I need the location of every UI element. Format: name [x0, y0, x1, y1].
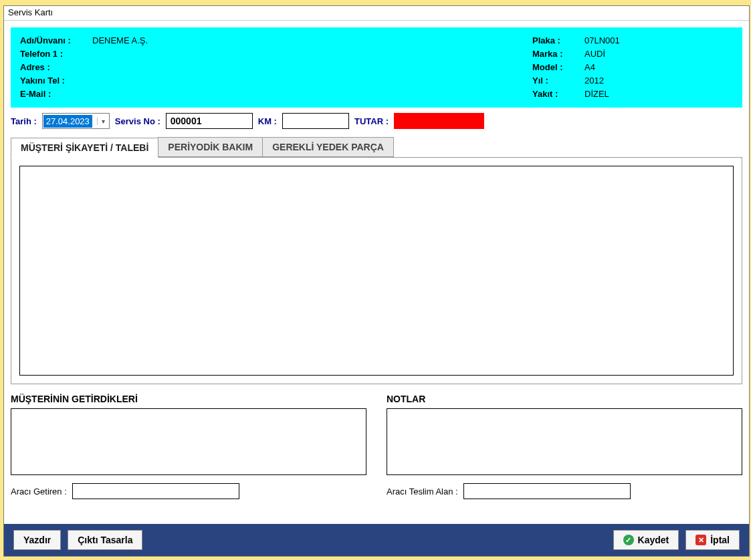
receiver-label: Aracı Teslim Alan :	[387, 486, 458, 497]
service-card-window: Servis Kartı Adı/Ünvanı : DENEME A.Ş. Te…	[3, 5, 750, 557]
vehicle-fuel-label: Yakıt :	[532, 88, 579, 101]
vehicle-year-value: 2012	[579, 74, 604, 88]
km-label: KM :	[258, 116, 277, 126]
chevron-down-icon[interactable]: ▾	[97, 118, 109, 125]
total-display	[394, 113, 484, 129]
customer-brought-textarea[interactable]	[11, 408, 366, 475]
customer-phone1-label: Telefon 1 :	[20, 47, 87, 61]
customer-relative-phone-label: Yakını Tel :	[20, 74, 87, 88]
date-picker[interactable]: 27.04.2023 ▾	[42, 113, 110, 129]
cancel-button[interactable]: ✕ İptal	[685, 530, 740, 550]
tab-page-complaint	[11, 157, 742, 384]
tabstrip: MÜŞTERİ ŞİKAYETİ / TALEBİ PERİYODİK BAKI…	[11, 137, 742, 157]
close-icon: ✕	[695, 535, 706, 545]
info-panel: Adı/Ünvanı : DENEME A.Ş. Telefon 1 : Adr…	[11, 27, 742, 108]
vehicle-plate-value: 07LN001	[579, 34, 620, 47]
vehicle-model-value: A4	[579, 61, 595, 74]
window-content: Adı/Ünvanı : DENEME A.Ş. Telefon 1 : Adr…	[4, 21, 749, 556]
vehicle-plate-label: Plaka :	[532, 34, 579, 47]
complaint-textarea[interactable]	[19, 166, 734, 376]
save-button-label: Kaydet	[638, 535, 669, 545]
vehicle-brand-label: Marka :	[532, 47, 579, 61]
lower-section: MÜŞTERİNİN GETİRDİKLERİ Aracı Getiren : …	[11, 394, 742, 499]
vehicle-year-label: Yıl :	[532, 74, 579, 88]
print-button[interactable]: Yazdır	[13, 530, 61, 550]
customer-info: Adı/Ünvanı : DENEME A.Ş. Telefon 1 : Adr…	[20, 34, 148, 101]
service-meta-row: Tarih : 27.04.2023 ▾ Servis No : KM : TU…	[11, 113, 742, 129]
customer-brought-title: MÜŞTERİNİN GETİRDİKLERİ	[11, 394, 366, 404]
service-no-label: Servis No :	[115, 116, 160, 126]
date-label: Tarih :	[11, 116, 37, 126]
tab-parts[interactable]: GEREKLİ YEDEK PARÇA	[262, 137, 394, 157]
design-output-button-label: Çıktı Tasarla	[78, 535, 132, 545]
receiver-input[interactable]	[463, 483, 631, 499]
cancel-button-label: İptal	[710, 535, 730, 545]
vehicle-info: Plaka : 07LN001 Marka : AUDİ Model : A4 …	[532, 34, 733, 101]
vehicle-model-label: Model :	[532, 61, 579, 74]
notes-textarea[interactable]	[387, 408, 742, 475]
save-button[interactable]: ✓ Kaydet	[613, 530, 679, 550]
tabs: MÜŞTERİ ŞİKAYETİ / TALEBİ PERİYODİK BAKI…	[11, 137, 742, 384]
footer-bar: Yazdır Çıktı Tasarla ✓ Kaydet ✕ İptal	[4, 524, 749, 556]
window-title: Servis Kartı	[4, 6, 749, 21]
tab-periodic[interactable]: PERİYODİK BAKIM	[158, 137, 263, 157]
vehicle-fuel-value: DİZEL	[579, 88, 609, 101]
customer-name-label: Adı/Ünvanı :	[20, 34, 87, 47]
bringer-label: Aracı Getiren :	[11, 486, 67, 497]
design-output-button[interactable]: Çıktı Tasarla	[68, 530, 142, 550]
bringer-input[interactable]	[72, 483, 239, 499]
km-input[interactable]	[282, 113, 349, 129]
print-button-label: Yazdır	[23, 535, 51, 545]
customer-email-value	[87, 88, 92, 101]
notes-title: NOTLAR	[387, 394, 742, 404]
customer-name-value: DENEME A.Ş.	[87, 34, 148, 47]
customer-relative-phone-value	[87, 74, 92, 88]
tab-complaint[interactable]: MÜŞTERİ ŞİKAYETİ / TALEBİ	[11, 138, 158, 158]
customer-brought-col: MÜŞTERİNİN GETİRDİKLERİ Aracı Getiren :	[11, 394, 366, 499]
vehicle-brand-value: AUDİ	[579, 47, 605, 61]
customer-address-value	[87, 61, 92, 74]
total-label: TUTAR :	[354, 116, 389, 126]
notes-col: NOTLAR Aracı Teslim Alan :	[387, 394, 742, 499]
check-icon: ✓	[623, 535, 634, 545]
date-value: 27.04.2023	[43, 115, 92, 128]
customer-email-label: E-Mail :	[20, 88, 87, 101]
customer-address-label: Adres :	[20, 61, 87, 74]
service-no-input[interactable]	[166, 113, 253, 129]
customer-phone1-value	[87, 47, 92, 61]
